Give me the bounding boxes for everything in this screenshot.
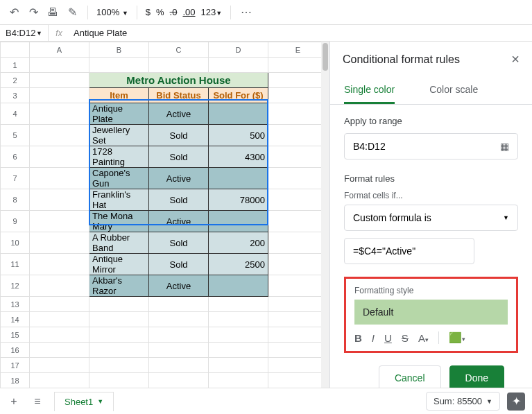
cell[interactable] (89, 358, 149, 373)
cell[interactable]: 1728 Painting (89, 146, 149, 168)
tab-color-scale[interactable]: Color scale (429, 77, 478, 104)
cell[interactable] (209, 211, 268, 232)
tab-single-color[interactable]: Single color (344, 77, 395, 104)
vertical-scrollbar[interactable] (321, 42, 329, 388)
col-header[interactable]: E (268, 42, 328, 58)
cell[interactable]: Sold (149, 254, 209, 275)
row-header[interactable]: 3 (1, 88, 30, 103)
paint-format-icon[interactable]: ✎ (65, 6, 79, 19)
text-color-icon[interactable]: A▾ (418, 332, 429, 344)
cell[interactable]: Active (149, 211, 209, 232)
cell[interactable]: Sold For ($) (209, 88, 268, 103)
cell[interactable] (30, 232, 89, 254)
cell[interactable]: Bid Status (149, 88, 209, 103)
cell[interactable] (30, 327, 89, 343)
cell[interactable]: Antique Mirror (89, 254, 149, 275)
print-icon[interactable]: 🖶 (46, 6, 60, 19)
row-header[interactable]: 14 (1, 312, 30, 327)
cell[interactable] (268, 373, 328, 388)
cell[interactable] (209, 58, 268, 73)
cell[interactable]: The Mona Mary (89, 211, 149, 232)
cell[interactable]: Franklin's Hat (89, 189, 149, 211)
row-header[interactable]: 11 (1, 254, 30, 275)
done-button[interactable]: Done (449, 365, 504, 388)
increase-decimal-button[interactable]: .00 (182, 7, 195, 17)
cell[interactable]: Jewellery Set (89, 125, 149, 146)
cell[interactable] (209, 168, 268, 189)
grid-icon[interactable]: ▦ (500, 141, 509, 152)
col-header[interactable]: A (30, 42, 89, 58)
row-header[interactable]: 17 (1, 358, 30, 373)
cell[interactable] (89, 58, 149, 73)
decrease-decimal-button[interactable]: .0 (170, 7, 178, 17)
row-header[interactable]: 8 (1, 189, 30, 211)
cell[interactable] (30, 189, 89, 211)
cell[interactable] (30, 254, 89, 275)
cell[interactable] (30, 358, 89, 373)
row-header[interactable]: 5 (1, 125, 30, 146)
cell[interactable]: Sold (149, 232, 209, 254)
cell[interactable] (89, 327, 149, 343)
cell[interactable] (268, 232, 328, 254)
cell[interactable] (268, 343, 328, 358)
explore-icon[interactable]: ✦ (507, 393, 525, 411)
cell[interactable] (30, 73, 89, 88)
cell[interactable] (209, 327, 268, 343)
cell[interactable]: Akbar's Razor (89, 275, 149, 297)
cell[interactable] (149, 373, 209, 388)
cell[interactable]: Sold (149, 125, 209, 146)
cell[interactable]: A Rubber Band (89, 232, 149, 254)
cell[interactable]: Antique Plate (89, 103, 149, 125)
cell[interactable]: Active (149, 103, 209, 125)
close-icon[interactable]: × (511, 51, 520, 67)
cell[interactable] (209, 343, 268, 358)
cell[interactable] (30, 343, 89, 358)
cell[interactable]: Sold (149, 189, 209, 211)
row-header[interactable]: 9 (1, 211, 30, 232)
formula-bar[interactable]: Antique Plate (69, 28, 127, 38)
cell[interactable]: Capone's Gun (89, 168, 149, 189)
cell[interactable] (30, 58, 89, 73)
add-sheet-icon[interactable]: + (7, 395, 21, 408)
cell[interactable] (268, 312, 328, 327)
cell[interactable] (268, 254, 328, 275)
row-header[interactable]: 6 (1, 146, 30, 168)
cell[interactable] (268, 168, 328, 189)
italic-icon[interactable]: I (372, 332, 375, 344)
spreadsheet-grid[interactable]: ABCDE12Metro Auction House3ItemBid Statu… (0, 42, 329, 388)
cell[interactable] (30, 88, 89, 103)
cell[interactable] (268, 189, 328, 211)
cell[interactable]: 4300 (209, 146, 268, 168)
cell[interactable] (30, 211, 89, 232)
cell[interactable] (209, 103, 268, 125)
cell[interactable] (30, 297, 89, 312)
cell[interactable]: 2500 (209, 254, 268, 275)
cell[interactable] (268, 73, 328, 88)
cell[interactable] (209, 312, 268, 327)
row-header[interactable]: 4 (1, 103, 30, 125)
row-header[interactable]: 13 (1, 297, 30, 312)
cell[interactable] (30, 146, 89, 168)
cell[interactable] (268, 146, 328, 168)
cell[interactable]: Active (149, 168, 209, 189)
cell[interactable]: 78000 (209, 189, 268, 211)
cell[interactable] (268, 297, 328, 312)
underline-icon[interactable]: U (384, 332, 392, 344)
cell[interactable]: Active (149, 275, 209, 297)
row-header[interactable]: 16 (1, 343, 30, 358)
cell[interactable] (268, 358, 328, 373)
cell[interactable] (149, 297, 209, 312)
currency-button[interactable]: $ (146, 7, 151, 17)
all-sheets-icon[interactable]: ≡ (31, 395, 44, 408)
cell[interactable] (30, 125, 89, 146)
row-header[interactable]: 10 (1, 232, 30, 254)
title-cell[interactable]: Metro Auction House (89, 73, 268, 88)
more-toolbar-icon[interactable]: ⋯ (239, 6, 253, 19)
cell[interactable] (268, 58, 328, 73)
cell[interactable] (268, 103, 328, 125)
cell[interactable] (30, 312, 89, 327)
cell[interactable] (268, 327, 328, 343)
cell[interactable] (30, 168, 89, 189)
name-box[interactable]: B4:D12▼ (0, 25, 49, 41)
cell[interactable] (268, 211, 328, 232)
